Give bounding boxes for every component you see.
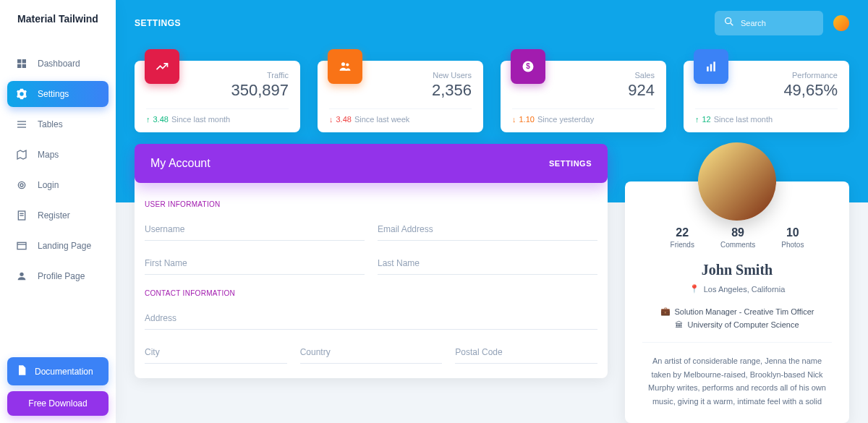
stat-comments-num: 89 xyxy=(720,226,755,239)
profile-location: 📍Los Angeles, California xyxy=(642,284,832,294)
stat-delta: 3.48 xyxy=(336,115,352,124)
svg-rect-23 xyxy=(710,64,712,72)
sidebar-item-label: Profile Page xyxy=(38,271,85,281)
sidebar-item-label: Maps xyxy=(38,150,59,160)
sidebar-item-tables[interactable]: Tables xyxy=(7,111,109,137)
sidebar-item-label: Tables xyxy=(38,119,63,129)
account-card: My Account SETTINGS USER INFORMATION xyxy=(135,145,608,378)
email-field[interactable] xyxy=(378,221,597,241)
sidebar-item-label: Login xyxy=(38,180,59,190)
stat-since: Since yesterday xyxy=(537,115,594,124)
main: SETTINGS Traffic350,897 ↑3.48Since last … xyxy=(116,0,868,423)
sidebar-item-profile[interactable]: Profile Page xyxy=(7,263,109,289)
address-field[interactable] xyxy=(145,310,597,330)
stat-photos-num: 10 xyxy=(781,226,804,239)
username-field[interactable] xyxy=(145,221,365,241)
city-input[interactable] xyxy=(145,344,287,360)
dashboard-icon xyxy=(16,58,27,69)
account-settings-button[interactable]: SETTINGS xyxy=(549,159,592,168)
svg-point-19 xyxy=(346,63,349,66)
svg-marker-7 xyxy=(17,150,26,159)
sidebar-item-maps[interactable]: Maps xyxy=(7,142,109,168)
account-header: My Account SETTINGS xyxy=(135,144,608,183)
map-icon xyxy=(16,149,27,161)
stat-card-sales: $ Sales924 ↓1.10Since yesterday xyxy=(501,61,666,132)
firstname-field[interactable] xyxy=(145,255,365,275)
firstname-input[interactable] xyxy=(145,255,365,271)
clipboard-icon xyxy=(16,210,27,221)
stat-card-users: New Users2,356 ↓3.48Since last week xyxy=(318,61,483,132)
stat-since: Since last week xyxy=(354,115,409,124)
email-input[interactable] xyxy=(378,221,597,237)
nav: Dashboard Settings Tables Maps Login Reg… xyxy=(0,39,116,350)
city-field[interactable] xyxy=(145,344,287,364)
sidebar-item-label: Dashboard xyxy=(38,59,80,69)
profile-picture[interactable] xyxy=(698,142,776,221)
doc-icon xyxy=(16,364,27,378)
sidebar-item-landing[interactable]: Landing Page xyxy=(7,233,109,259)
account-title: My Account xyxy=(150,157,210,170)
user-avatar[interactable] xyxy=(833,15,849,31)
person-icon xyxy=(16,270,27,282)
arrow-down-icon: ↓ xyxy=(329,115,333,124)
stat-delta: 12 xyxy=(702,115,711,124)
arrow-down-icon: ↓ xyxy=(512,115,516,124)
svg-rect-22 xyxy=(707,67,709,72)
sidebar-item-dashboard[interactable]: Dashboard xyxy=(7,51,109,77)
fingerprint-icon xyxy=(16,179,27,191)
svg-point-16 xyxy=(726,18,731,24)
profile-name: John Smith xyxy=(642,262,832,278)
stat-friends-num: 22 xyxy=(671,226,694,239)
svg-point-8 xyxy=(20,184,23,187)
web-icon xyxy=(16,240,27,252)
stat-friends-label: Friends xyxy=(671,241,694,249)
briefcase-icon: 💼 xyxy=(660,307,671,316)
username-input[interactable] xyxy=(145,221,365,237)
brand-title: Material Tailwind xyxy=(0,0,116,39)
country-input[interactable] xyxy=(300,344,443,360)
pin-icon: 📍 xyxy=(689,284,699,294)
users-icon xyxy=(328,49,362,84)
stat-delta: 1.10 xyxy=(519,115,535,124)
search-input[interactable] xyxy=(741,19,814,27)
topbar: SETTINGS xyxy=(135,0,849,46)
sidebar-item-login[interactable]: Login xyxy=(7,172,109,198)
lastname-input[interactable] xyxy=(378,255,597,271)
profile-stats: 22Friends 89Comments 10Photos xyxy=(642,226,832,249)
university-icon: 🏛 xyxy=(675,320,683,329)
section-user-info: USER INFORMATION xyxy=(145,200,597,208)
arrow-up-icon: ↑ xyxy=(146,115,150,124)
section-contact-info: CONTACT INFORMATION xyxy=(145,289,597,297)
lastname-field[interactable] xyxy=(378,255,597,275)
table-icon xyxy=(16,119,27,130)
page-title: SETTINGS xyxy=(135,18,181,28)
search-icon xyxy=(723,16,735,30)
money-icon: $ xyxy=(511,49,545,84)
free-download-button[interactable]: Free Download xyxy=(7,391,109,416)
postal-input[interactable] xyxy=(455,344,597,360)
profile-education: 🏛University of Computer Science xyxy=(642,320,832,329)
documentation-button[interactable]: Documentation xyxy=(7,357,109,385)
svg-point-18 xyxy=(341,62,345,66)
stat-photos-label: Photos xyxy=(781,241,804,249)
chart-icon xyxy=(694,49,728,84)
country-field[interactable] xyxy=(300,344,443,364)
sidebar: Material Tailwind Dashboard Settings Tab… xyxy=(0,0,116,423)
profile-role: 💼Solution Manager - Creative Tim Officer xyxy=(642,307,832,316)
search-box[interactable] xyxy=(715,11,823,35)
sidebar-item-settings[interactable]: Settings xyxy=(7,81,109,107)
arrow-up-icon: ↑ xyxy=(695,115,699,124)
stat-delta: 3.48 xyxy=(153,115,169,124)
svg-point-9 xyxy=(18,181,25,188)
sidebar-item-register[interactable]: Register xyxy=(7,202,109,228)
profile-card: 22Friends 89Comments 10Photos John Smith… xyxy=(625,181,849,423)
address-input[interactable] xyxy=(145,310,597,326)
postal-field[interactable] xyxy=(455,344,597,364)
svg-rect-13 xyxy=(17,242,26,249)
svg-rect-3 xyxy=(22,64,26,68)
profile-bio: An artist of considerable range, Jenna t… xyxy=(642,342,832,409)
svg-rect-24 xyxy=(713,61,715,71)
svg-rect-1 xyxy=(22,59,26,63)
stat-cards: Traffic350,897 ↑3.48Since last month New… xyxy=(135,61,849,132)
stat-card-traffic: Traffic350,897 ↑3.48Since last month xyxy=(135,61,300,132)
